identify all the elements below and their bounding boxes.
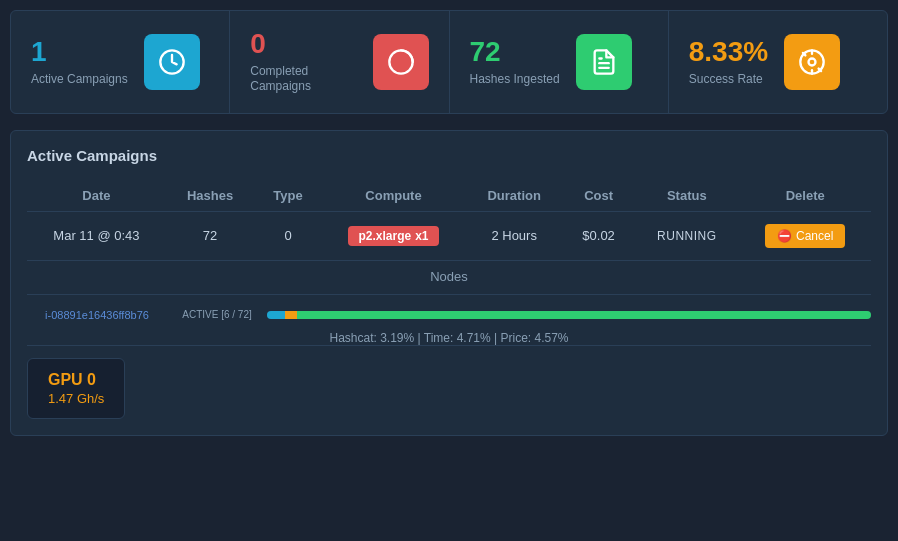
cell-compute: p2.xlarge x1 — [322, 211, 466, 260]
active-campaigns-section: Active Campaigns Date Hashes Type Comput… — [10, 130, 888, 436]
completed-campaigns-icon — [373, 34, 429, 90]
stat-active-info: 1 Active Campaigns — [31, 37, 128, 87]
stat-completed-campaigns: 0 Completed Campaigns — [230, 11, 449, 113]
nodes-section: Nodes i-08891e16436ff8b76 ACTIVE [6 / 72… — [27, 261, 871, 345]
nodes-cell: Nodes i-08891e16436ff8b76 ACTIVE [6 / 72… — [27, 260, 871, 345]
cell-duration: 2 Hours — [465, 211, 563, 260]
progress-green — [297, 311, 871, 319]
section-title: Active Campaigns — [27, 147, 871, 164]
completed-campaigns-number: 0 — [250, 29, 356, 60]
col-cost: Cost — [563, 180, 634, 212]
compute-count: x1 — [415, 229, 428, 243]
campaigns-table: Date Hashes Type Compute Duration Cost S… — [27, 180, 871, 346]
cell-status: RUNNING — [634, 211, 739, 260]
status-badge: RUNNING — [657, 229, 717, 243]
hashes-ingested-number: 72 — [470, 37, 560, 68]
compute-badge: p2.xlarge x1 — [348, 226, 438, 246]
stat-completed-info: 0 Completed Campaigns — [250, 29, 356, 95]
stat-active-campaigns: 1 Active Campaigns — [11, 11, 230, 113]
compute-type: p2.xlarge — [358, 229, 411, 243]
stat-hashes-ingested: 72 Hashes Ingested — [450, 11, 669, 113]
hashes-ingested-icon — [576, 34, 632, 90]
cell-type: 0 — [254, 211, 321, 260]
col-compute: Compute — [322, 180, 466, 212]
cell-date: Mar 11 @ 0:43 — [27, 211, 166, 260]
node-id: i-08891e16436ff8b76 — [27, 309, 167, 321]
success-rate-label: Success Rate — [689, 72, 768, 88]
cell-hashes: 72 — [166, 211, 255, 260]
nodes-header: Nodes — [27, 261, 871, 295]
cell-cost: $0.02 — [563, 211, 634, 260]
hashes-ingested-label: Hashes Ingested — [470, 72, 560, 88]
progress-blue — [267, 311, 285, 319]
node-status: ACTIVE [6 / 72] — [177, 309, 257, 320]
stat-hashes-info: 72 Hashes Ingested — [470, 37, 560, 87]
cell-delete: ⛔ Cancel — [739, 211, 871, 260]
table-header-row: Date Hashes Type Compute Duration Cost S… — [27, 180, 871, 212]
gpu-name: GPU 0 — [48, 371, 104, 389]
gpu-speed: 1.47 Gh/s — [48, 391, 104, 406]
col-type: Type — [254, 180, 321, 212]
node-row: i-08891e16436ff8b76 ACTIVE [6 / 72] — [27, 305, 871, 325]
progress-orange — [285, 311, 297, 319]
gpu-card: GPU 0 1.47 Gh/s — [27, 358, 125, 419]
cancel-icon: ⛔ — [777, 229, 792, 243]
col-status: Status — [634, 180, 739, 212]
cancel-button[interactable]: ⛔ Cancel — [765, 224, 845, 248]
col-hashes: Hashes — [166, 180, 255, 212]
table-row: Mar 11 @ 0:43 72 0 p2.xlarge x1 2 Hours … — [27, 211, 871, 260]
col-delete: Delete — [739, 180, 871, 212]
success-rate-icon — [784, 34, 840, 90]
nodes-row: Nodes i-08891e16436ff8b76 ACTIVE [6 / 72… — [27, 260, 871, 345]
success-rate-number: 8.33% — [689, 37, 768, 68]
active-campaigns-icon — [144, 34, 200, 90]
col-date: Date — [27, 180, 166, 212]
progress-bar — [267, 311, 871, 319]
svg-point-5 — [809, 58, 816, 65]
active-campaigns-number: 1 — [31, 37, 128, 68]
stats-row: 1 Active Campaigns 0 Completed Campaigns… — [10, 10, 888, 114]
active-campaigns-label: Active Campaigns — [31, 72, 128, 88]
col-duration: Duration — [465, 180, 563, 212]
stat-success-rate: 8.33% Success Rate — [669, 11, 887, 113]
cancel-label: Cancel — [796, 229, 833, 243]
stat-success-info: 8.33% Success Rate — [689, 37, 768, 87]
completed-campaigns-label: Completed Campaigns — [250, 64, 356, 95]
hashcat-info: Hashcat: 3.19% | Time: 4.71% | Price: 4.… — [27, 331, 871, 345]
